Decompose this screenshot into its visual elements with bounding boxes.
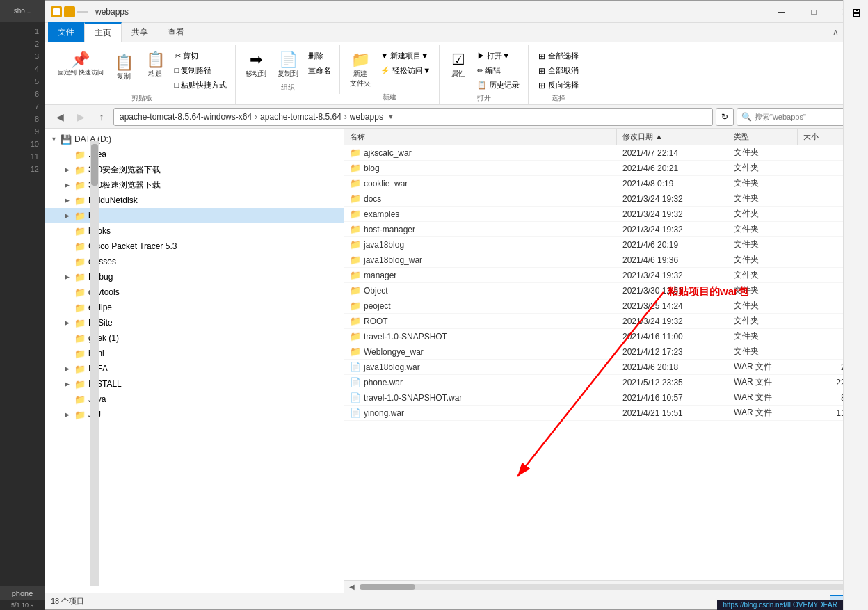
h-scroll-left[interactable]: ◀	[347, 583, 357, 591]
move-to-button[interactable]: ➡ 移动到	[241, 48, 271, 81]
file-name: phone.war	[364, 378, 403, 387]
expander-debug: ▶	[65, 273, 74, 280]
edit-button[interactable]: ✏ 编辑	[474, 64, 522, 77]
file-name: Object	[364, 286, 388, 296]
file-name: yinong.war	[364, 408, 404, 418]
delete-button[interactable]: 删除	[305, 49, 334, 63]
tab-view[interactable]: 查看	[158, 22, 194, 42]
new-item-button[interactable]: ▼ 新建项目▼	[378, 49, 433, 63]
folder-icon-bit: 📁	[74, 211, 86, 221]
file-row-java18blog-war-file[interactable]: 📄 java18blog.war 2021/4/6 20:18 WAR 文件 2…	[344, 360, 867, 375]
file-row-java18blog[interactable]: 📁 java18blog 2021/4/6 20:19 文件夹	[344, 237, 867, 252]
new-folder-icon: 📁	[351, 51, 370, 69]
file-row-object[interactable]: 📁 Object 2021/3/30 12:51 文件夹	[344, 283, 867, 298]
file-row-cooklie[interactable]: 📁 cooklie_war 2021/4/8 0:19 文件夹	[344, 176, 867, 191]
file-row-ajkscalc[interactable]: 📁 ajkscalc_war 2021/4/7 22:14 文件夹	[344, 145, 867, 161]
open-button[interactable]: ▶ 打开▼	[474, 49, 522, 63]
expander-baidu: ▶	[65, 197, 74, 204]
address-part-1: apache-tomcat-8.5.64-windows-x64	[120, 112, 252, 122]
expander-360safe: ▶	[65, 166, 74, 173]
file-row-travel-war[interactable]: 📄 travel-1.0-SNAPSHOT.war 2021/4/16 10:5…	[344, 390, 867, 406]
file-name: travel-1.0-SNAPSHOT	[364, 332, 447, 342]
address-path[interactable]: apache-tomcat-8.5.64-windows-x64 › apach…	[113, 108, 713, 126]
file-row-examples[interactable]: 📁 examples 2021/3/24 19:32 文件夹	[344, 207, 867, 222]
col-header-type[interactable]: 类型	[728, 129, 798, 145]
paste-shortcut-button[interactable]: □ 粘贴快捷方式	[172, 79, 230, 92]
new-folder-label: 新建文件夹	[350, 69, 371, 88]
path-sep-1: ›	[255, 112, 257, 122]
file-name: host-manager	[364, 225, 415, 234]
title-bar-icon	[51, 6, 88, 17]
h-scrollbar-thumb[interactable]	[360, 584, 415, 590]
file-name: cooklie_war	[364, 179, 408, 188]
file-list-body: 📁 ajkscalc_war 2021/4/7 22:14 文件夹 📁 blog…	[344, 145, 867, 580]
pin-icon: 📌	[71, 51, 90, 69]
properties-label: 属性	[451, 69, 465, 79]
deselect-all-button[interactable]: ⊞ 全部取消	[534, 64, 583, 77]
rename-button[interactable]: 重命名	[305, 64, 334, 77]
file-name: Weblongye_war	[364, 347, 424, 357]
file-row-host-manager[interactable]: 📁 host-manager 2021/3/24 19:32 文件夹	[344, 222, 867, 237]
file-name: docs	[364, 194, 381, 204]
left-edge-numbers: 1 2 3 4 5 6 7 8 9 10 11 12	[0, 22, 45, 586]
copy-icon: 📋	[115, 54, 134, 72]
file-list-header: 名称 修改日期 ▲ 类型 大小	[344, 129, 867, 145]
folder-icon-jjj: 📁	[74, 410, 86, 420]
properties-button[interactable]: ☑ 属性	[445, 48, 472, 81]
back-button[interactable]: ◀	[51, 108, 69, 126]
tab-file[interactable]: 文件	[48, 22, 84, 42]
address-bar: ◀ ▶ ↑ apache-tomcat-8.5.64-windows-x64 ›…	[45, 105, 867, 129]
file-row-docs[interactable]: 📁 docs 2021/3/24 19:32 文件夹	[344, 191, 867, 207]
folder-icon: 📁	[350, 163, 361, 173]
phone-tab[interactable]: phone	[0, 586, 45, 600]
up-button[interactable]: ↑	[93, 108, 111, 126]
file-name: java18blog_war	[364, 255, 422, 265]
file-row-manager[interactable]: 📁 manager 2021/3/24 19:32 文件夹	[344, 268, 867, 283]
easy-access-button[interactable]: ⚡ 轻松访问▼	[378, 64, 433, 77]
forward-button[interactable]: ▶	[72, 108, 90, 126]
maximize-button[interactable]: □	[798, 1, 830, 23]
search-input[interactable]	[755, 113, 857, 121]
folder-icon-classes: 📁	[74, 257, 86, 267]
copy-path-button[interactable]: □ 复制路径	[172, 64, 230, 77]
folder-icon-baidu: 📁	[74, 195, 86, 206]
cut-button[interactable]: ✂ 剪切	[172, 49, 230, 63]
tab-home[interactable]: 主页	[84, 22, 122, 42]
h-scrollbar-track[interactable]	[360, 584, 852, 590]
folder-icon-exsite: 📁	[74, 318, 86, 328]
new-folder-button[interactable]: 📁 新建文件夹	[346, 48, 375, 91]
bottom-url: https://blog.csdn.net/ILOVEMYDEAR	[717, 600, 843, 610]
minimize-button[interactable]: ─	[766, 1, 798, 23]
file-icon: 📄	[350, 392, 361, 403]
paste-button[interactable]: 📋 粘贴	[140, 48, 170, 81]
file-name: blog	[364, 163, 380, 173]
tab-share[interactable]: 共享	[122, 22, 158, 42]
copy-to-button[interactable]: 📄 复制到	[273, 48, 303, 81]
file-row-weblongye[interactable]: 📁 Weblongye_war 2021/4/12 17:23 文件夹	[344, 344, 867, 360]
file-name: java18blog	[364, 240, 404, 250]
pin-button[interactable]: 📌 固定到 快速访问	[54, 48, 108, 79]
folder-icon-cisco: 📁	[74, 241, 86, 252]
folder-icon-idea2: 📁	[74, 364, 86, 374]
file-row-blog[interactable]: 📁 blog 2021/4/6 20:21 文件夹	[344, 161, 867, 176]
folder-icon: 📁	[350, 255, 361, 265]
copy-to-label: 复制到	[278, 69, 298, 79]
history-button[interactable]: 📋 历史记录	[474, 79, 522, 92]
select-all-button[interactable]: ⊞ 全部选择	[534, 49, 583, 63]
file-row-phone-war[interactable]: 📄 phone.war 2021/5/12 23:35 WAR 文件 22,46…	[344, 375, 867, 390]
file-row-yinong-war[interactable]: 📄 yinong.war 2021/4/21 15:51 WAR 文件 11,0…	[344, 406, 867, 421]
file-row-root[interactable]: 📁 ROOT 2021/3/24 19:32 文件夹	[344, 314, 867, 329]
invert-selection-button[interactable]: ⊞ 反向选择	[534, 79, 583, 92]
folder-icon: 📁	[350, 209, 361, 219]
right-icon-1[interactable]: 🖥	[846, 3, 867, 24]
copy-button[interactable]: 📋 复制	[109, 51, 139, 84]
refresh-button[interactable]: ↻	[716, 108, 734, 126]
col-header-date[interactable]: 修改日期 ▲	[617, 129, 728, 145]
ribbon-collapse-btn[interactable]: ∧	[826, 22, 845, 42]
col-header-name[interactable]: 名称	[344, 129, 617, 145]
file-row-peoject[interactable]: 📁 peoject 2021/3/25 14:24 文件夹	[344, 298, 867, 314]
deselect-all-icon: ⊞	[538, 66, 545, 76]
file-row-java18blog-war[interactable]: 📁 java18blog_war 2021/4/6 19:36 文件夹	[344, 252, 867, 268]
file-row-travel-snapshot[interactable]: 📁 travel-1.0-SNAPSHOT 2021/4/16 11:00 文件…	[344, 329, 867, 344]
address-dropdown-icon[interactable]: ▼	[387, 113, 394, 120]
